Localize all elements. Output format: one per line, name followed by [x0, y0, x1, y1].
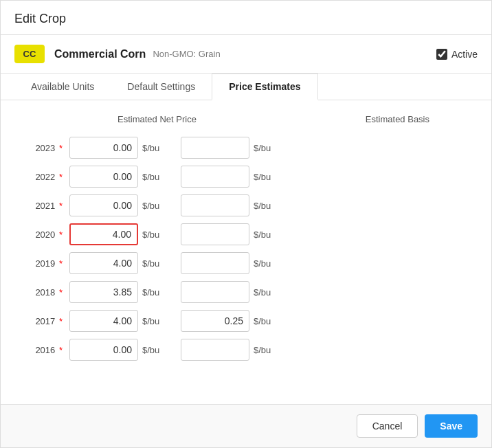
required-star: *: [59, 287, 63, 298]
net-price-input[interactable]: [69, 166, 138, 188]
tab-price-estimates[interactable]: Price Estimates: [212, 74, 317, 100]
crop-subtitle: Non-GMO: Grain: [153, 49, 220, 59]
tab-content-price-estimates: Estimated Net Price Estimated Basis 2023…: [1, 100, 491, 404]
price-table: Estimated Net Price Estimated Basis 2023…: [21, 114, 471, 361]
year-label: 2021 *: [21, 201, 69, 211]
net-price-input[interactable]: [69, 194, 138, 216]
crop-name: Commercial Corn: [54, 48, 146, 60]
unit-label: $/bu: [142, 345, 167, 355]
basis-input[interactable]: [181, 223, 249, 245]
required-star: *: [59, 258, 63, 269]
table-header: Estimated Net Price Estimated Basis: [21, 114, 471, 128]
tab-available-units[interactable]: Available Units: [14, 74, 111, 100]
price-row: 2017 *$/bu$/bu: [21, 310, 471, 332]
basis-input[interactable]: [181, 339, 249, 361]
required-star: *: [59, 201, 63, 211]
required-star: *: [59, 143, 63, 153]
basis-unit-label: $/bu: [254, 287, 271, 298]
basis-input[interactable]: [181, 310, 249, 332]
basis-input[interactable]: [181, 281, 249, 303]
active-area: Active: [436, 49, 478, 60]
basis-unit-label: $/bu: [254, 201, 271, 211]
net-price-input[interactable]: [69, 310, 138, 332]
unit-label: $/bu: [142, 201, 167, 211]
save-button[interactable]: Save: [425, 414, 478, 438]
crop-badge: CC: [14, 45, 45, 63]
modal-footer: Cancel Save: [1, 404, 491, 447]
year-label: 2019 *: [21, 258, 69, 269]
col-basis-label: Estimated Basis: [366, 114, 429, 124]
required-star: *: [59, 229, 63, 240]
basis-input[interactable]: [181, 252, 249, 274]
crop-info-row: CC Commercial Corn Non-GMO: Grain Active: [1, 35, 491, 74]
year-label: 2020 *: [21, 229, 69, 240]
active-checkbox[interactable]: [436, 49, 447, 60]
year-label: 2023 *: [21, 143, 69, 153]
tabs-container: Available Units Default Settings Price E…: [1, 74, 491, 100]
tab-default-settings[interactable]: Default Settings: [111, 74, 212, 100]
unit-label: $/bu: [142, 316, 167, 326]
net-price-input[interactable]: [69, 223, 138, 245]
price-row: 2018 *$/bu$/bu: [21, 281, 471, 303]
modal-title: Edit Crop: [14, 12, 66, 25]
cancel-button[interactable]: Cancel: [357, 414, 418, 438]
price-row: 2023 *$/bu$/bu: [21, 137, 471, 159]
net-price-input[interactable]: [69, 281, 138, 303]
basis-input[interactable]: [181, 137, 249, 159]
basis-unit-label: $/bu: [254, 229, 271, 240]
year-label: 2017 *: [21, 316, 69, 326]
unit-label: $/bu: [142, 229, 167, 240]
basis-input[interactable]: [181, 194, 249, 216]
basis-unit-label: $/bu: [254, 258, 271, 269]
price-row: 2019 *$/bu$/bu: [21, 252, 471, 274]
price-row: 2022 *$/bu$/bu: [21, 166, 471, 188]
edit-crop-modal: Edit Crop CC Commercial Corn Non-GMO: Gr…: [0, 0, 492, 448]
basis-input[interactable]: [181, 166, 249, 188]
unit-label: $/bu: [142, 172, 167, 182]
basis-unit-label: $/bu: [254, 316, 271, 326]
price-row: 2020 *$/bu$/bu: [21, 223, 471, 245]
required-star: *: [59, 345, 63, 355]
unit-label: $/bu: [142, 258, 167, 269]
price-row: 2021 *$/bu$/bu: [21, 194, 471, 216]
unit-label: $/bu: [142, 287, 167, 298]
active-label: Active: [451, 49, 478, 60]
net-price-input[interactable]: [69, 252, 138, 274]
price-row: 2016 *$/bu$/bu: [21, 339, 471, 361]
net-price-input[interactable]: [69, 339, 138, 361]
required-star: *: [59, 316, 63, 326]
year-label: 2016 *: [21, 345, 69, 355]
basis-unit-label: $/bu: [254, 172, 271, 182]
required-star: *: [59, 172, 63, 182]
basis-unit-label: $/bu: [254, 345, 271, 355]
year-label: 2018 *: [21, 287, 69, 298]
price-rows-container: 2023 *$/bu$/bu2022 *$/bu$/bu2021 *$/bu$/…: [21, 137, 471, 361]
year-label: 2022 *: [21, 172, 69, 182]
unit-label: $/bu: [142, 143, 167, 153]
basis-unit-label: $/bu: [254, 143, 271, 153]
modal-header: Edit Crop: [1, 1, 491, 35]
net-price-input[interactable]: [69, 137, 138, 159]
col-net-price-label: Estimated Net Price: [118, 114, 197, 124]
